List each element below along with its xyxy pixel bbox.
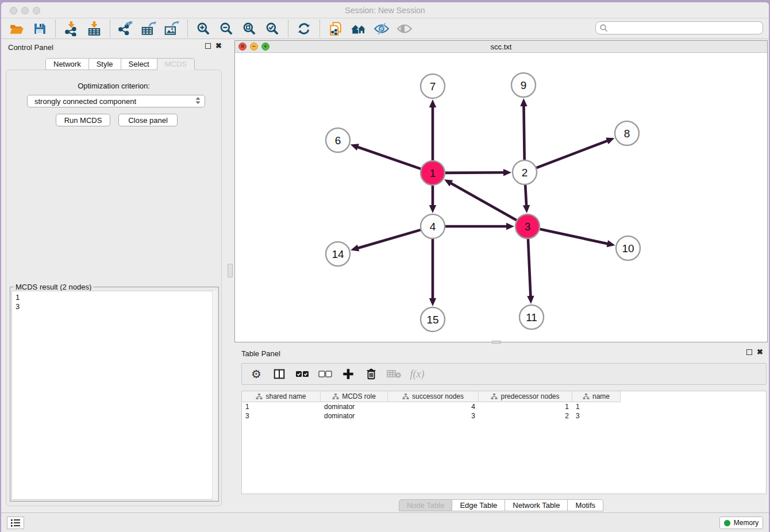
horizontal-splitter-handle[interactable] bbox=[492, 341, 501, 344]
zoom-selected-icon[interactable] bbox=[264, 20, 281, 37]
arrowhead-2-8 bbox=[606, 137, 614, 144]
arrowhead-4-3 bbox=[506, 223, 514, 230]
graph-node-label-3: 3 bbox=[525, 221, 531, 233]
float-panel-icon[interactable] bbox=[205, 43, 211, 49]
table-cell[interactable]: 2 bbox=[479, 411, 572, 421]
graph-node-label-6: 6 bbox=[335, 134, 341, 147]
export-network-icon[interactable] bbox=[117, 20, 134, 37]
clone-network-icon[interactable] bbox=[327, 20, 344, 37]
memory-label: Memory bbox=[734, 519, 759, 527]
show-panels-button[interactable] bbox=[7, 516, 24, 529]
search-input[interactable] bbox=[609, 24, 763, 32]
hide-eye-icon[interactable] bbox=[373, 20, 390, 37]
column-header-successor-nodes[interactable]: successor nodes bbox=[388, 391, 479, 402]
tab-network[interactable]: Network bbox=[45, 58, 89, 70]
table-cell[interactable]: 3 bbox=[242, 411, 321, 421]
tab-style[interactable]: Style bbox=[89, 58, 121, 70]
graph-node-label-7: 7 bbox=[430, 80, 436, 92]
zoom-out-icon[interactable] bbox=[218, 20, 235, 37]
tab-node-table[interactable]: Node Table bbox=[399, 499, 453, 511]
table-body: 1dominator4113dominator323 bbox=[242, 402, 766, 421]
import-table-icon[interactable] bbox=[86, 20, 103, 37]
edge-4-14[interactable] bbox=[356, 230, 421, 249]
mcds-panel: Optimization criterion: strongly connect… bbox=[6, 70, 222, 506]
tab-network-table[interactable]: Network Table bbox=[505, 499, 568, 511]
graph-node-label-15: 15 bbox=[426, 314, 438, 326]
refresh-icon[interactable] bbox=[295, 20, 313, 37]
arrowhead-1-6 bbox=[351, 144, 359, 151]
table-cell[interactable]: 1 bbox=[572, 402, 621, 411]
graph-node-label-1: 1 bbox=[430, 167, 436, 179]
table-cell[interactable]: 1 bbox=[242, 402, 321, 411]
open-folder-icon[interactable] bbox=[8, 20, 25, 37]
import-network-icon[interactable] bbox=[63, 20, 80, 37]
edge-2-8[interactable] bbox=[537, 140, 610, 168]
arrowhead-4-15 bbox=[429, 298, 436, 306]
main-toolbar bbox=[1, 18, 769, 39]
export-table-icon[interactable] bbox=[140, 20, 157, 37]
zoom-fit-icon[interactable] bbox=[241, 20, 258, 37]
tab-select[interactable]: Select bbox=[121, 58, 157, 70]
table-cell[interactable]: 3 bbox=[388, 411, 479, 421]
table-cell[interactable]: 1 bbox=[479, 402, 572, 411]
table-row[interactable]: 3dominator323 bbox=[242, 411, 766, 421]
search-field[interactable] bbox=[595, 21, 763, 34]
tab-mcds[interactable]: MCDS bbox=[157, 58, 195, 70]
tab-motifs[interactable]: Motifs bbox=[568, 499, 603, 511]
stepper-icon bbox=[195, 97, 201, 106]
zoom-in-icon[interactable] bbox=[195, 20, 212, 37]
run-mcds-button[interactable]: Run MCDS bbox=[56, 114, 110, 126]
close-table-panel-icon[interactable]: ✖ bbox=[757, 349, 763, 355]
gear-icon[interactable]: ⚙ bbox=[249, 367, 264, 381]
edge-3-10[interactable] bbox=[540, 229, 609, 244]
memory-button[interactable]: Memory bbox=[719, 516, 763, 529]
home-icon[interactable] bbox=[350, 20, 367, 37]
edge-3-1[interactable] bbox=[449, 182, 517, 220]
table-cell[interactable]: 4 bbox=[388, 402, 479, 411]
deselect-all-checkboxes-icon[interactable] bbox=[318, 367, 333, 381]
select-all-checkboxes-icon[interactable] bbox=[295, 367, 310, 381]
column-header-MCDS-role[interactable]: MCDS role bbox=[321, 391, 388, 402]
edge-2-9[interactable] bbox=[523, 104, 524, 160]
table-header-row: shared nameMCDS rolesuccessor nodesprede… bbox=[242, 391, 766, 402]
edge-3-11[interactable] bbox=[528, 239, 531, 298]
application-window: Session: New Session bbox=[1, 2, 769, 532]
table-cell[interactable]: 3 bbox=[572, 411, 621, 421]
float-table-panel-icon[interactable] bbox=[746, 349, 752, 355]
close-panel-icon[interactable]: ✖ bbox=[215, 43, 222, 49]
control-panel-tabs: Network Style Select MCDS bbox=[45, 58, 195, 70]
criterion-dropdown[interactable]: strongly connected component bbox=[27, 95, 205, 107]
column-header-predecessor-nodes[interactable]: predecessor nodes bbox=[479, 391, 572, 402]
column-header-shared-name[interactable]: shared name bbox=[242, 391, 321, 402]
delete-column-icon[interactable] bbox=[364, 367, 379, 381]
arrowhead-1-4 bbox=[429, 205, 436, 213]
control-panel-header: Control Panel ✖ bbox=[1, 40, 226, 55]
mcds-result-text[interactable]: 1 3 bbox=[11, 291, 217, 500]
edge-1-6[interactable] bbox=[356, 147, 421, 169]
column-header-name[interactable]: name bbox=[572, 391, 621, 402]
mcds-result-group: MCDS result (2 nodes) 1 3 bbox=[10, 287, 219, 502]
arrowhead-1-2 bbox=[503, 169, 511, 176]
graph-node-label-4: 4 bbox=[430, 221, 436, 233]
table-cell[interactable]: dominator bbox=[321, 411, 388, 421]
close-panel-button[interactable]: Close panel bbox=[118, 114, 178, 126]
save-session-icon[interactable] bbox=[31, 20, 48, 37]
table-row[interactable]: 1dominator411 bbox=[242, 402, 766, 411]
edge-1-2[interactable] bbox=[445, 172, 506, 173]
status-bar: Memory bbox=[1, 512, 769, 532]
network-window-titlebar[interactable]: ✕ − + scc.txt bbox=[235, 41, 767, 53]
table-toolbar: ⚙ f(x) bbox=[241, 363, 767, 385]
tab-edge-table[interactable]: Edge Table bbox=[452, 499, 505, 511]
arrowhead-3-11 bbox=[527, 296, 534, 304]
search-icon bbox=[599, 24, 609, 33]
network-canvas[interactable]: 7968124314101511 bbox=[235, 53, 767, 342]
graph-node-label-2: 2 bbox=[522, 167, 528, 179]
export-image-icon[interactable] bbox=[163, 20, 180, 37]
edge-2-3[interactable] bbox=[525, 185, 526, 207]
table-cell[interactable]: dominator bbox=[321, 402, 388, 411]
panel-splitter-handle[interactable] bbox=[228, 264, 233, 277]
result-scrollbar[interactable] bbox=[212, 291, 217, 500]
split-columns-icon[interactable] bbox=[272, 367, 287, 381]
graph-node-label-14: 14 bbox=[332, 248, 344, 260]
add-column-icon[interactable] bbox=[341, 367, 356, 381]
